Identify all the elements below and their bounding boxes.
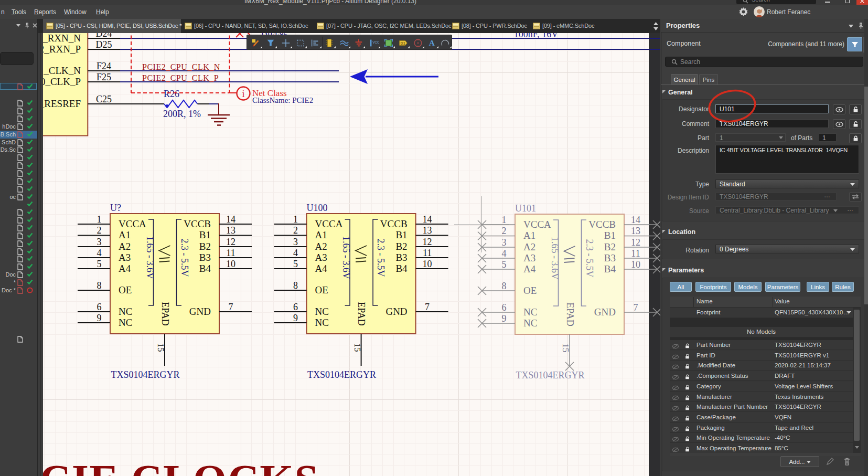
svg-text:VCCB: VCCB bbox=[588, 219, 616, 230]
svg-text:NC: NC bbox=[523, 306, 537, 318]
svg-text:GND: GND bbox=[189, 306, 211, 317]
svg-text:VCCA: VCCA bbox=[119, 218, 146, 229]
svg-text:13: 13 bbox=[631, 226, 640, 236]
svg-text:VCCA: VCCA bbox=[523, 219, 551, 230]
svg-text:D25: D25 bbox=[96, 39, 112, 50]
svg-text:6: 6 bbox=[97, 302, 102, 312]
svg-text:2.3 - 5.5V: 2.3 - 5.5V bbox=[179, 239, 190, 277]
svg-text:B3: B3 bbox=[395, 252, 407, 263]
svg-text:11: 11 bbox=[423, 248, 432, 258]
svg-text:1.65 - 3.6V: 1.65 - 3.6V bbox=[550, 237, 560, 280]
svg-text:A3: A3 bbox=[523, 252, 535, 263]
svg-text:B2: B2 bbox=[395, 241, 407, 252]
svg-text:VCCB: VCCB bbox=[184, 218, 211, 229]
svg-text:B4: B4 bbox=[604, 263, 616, 274]
svg-text:2.3 - 5.5V: 2.3 - 5.5V bbox=[376, 239, 386, 277]
svg-text:4: 4 bbox=[502, 248, 507, 259]
svg-text:TXS0104ERGYR: TXS0104ERGYR bbox=[111, 369, 180, 380]
svg-text:A3: A3 bbox=[119, 252, 131, 263]
svg-text:5: 5 bbox=[293, 259, 298, 269]
svg-text:_RXN_N: _RXN_N bbox=[43, 33, 81, 44]
svg-text:A2: A2 bbox=[523, 241, 535, 252]
svg-text:2: 2 bbox=[502, 226, 507, 236]
svg-text:12: 12 bbox=[226, 237, 235, 247]
svg-text:VCCA: VCCA bbox=[315, 218, 343, 229]
svg-text:5: 5 bbox=[502, 259, 507, 270]
svg-text:14: 14 bbox=[423, 214, 432, 225]
svg-text:10: 10 bbox=[631, 259, 640, 270]
svg-text:OE: OE bbox=[523, 285, 537, 296]
svg-text:F24: F24 bbox=[97, 61, 111, 71]
svg-text:GND: GND bbox=[385, 306, 407, 317]
svg-text:A3: A3 bbox=[315, 252, 327, 263]
svg-text:EPAD: EPAD bbox=[565, 302, 575, 326]
svg-text:U?: U? bbox=[110, 203, 121, 213]
svg-text:D24: D24 bbox=[96, 33, 112, 39]
svg-text:B3: B3 bbox=[199, 252, 211, 263]
svg-text:15: 15 bbox=[561, 344, 571, 353]
svg-text:4: 4 bbox=[293, 248, 298, 258]
svg-text:VCC: VCC bbox=[372, 40, 379, 44]
svg-text:3: 3 bbox=[293, 237, 298, 247]
svg-text:8: 8 bbox=[97, 280, 102, 291]
svg-text:D1: D1 bbox=[400, 40, 405, 45]
svg-text:3: 3 bbox=[502, 237, 507, 248]
svg-text:1: 1 bbox=[502, 215, 507, 225]
svg-text:4: 4 bbox=[97, 248, 102, 258]
svg-text:OE: OE bbox=[315, 284, 328, 295]
svg-text:EPAD: EPAD bbox=[356, 302, 367, 325]
svg-text:A1: A1 bbox=[119, 229, 131, 240]
svg-text:12: 12 bbox=[631, 237, 640, 248]
svg-text:_RESREF: _RESREF bbox=[43, 98, 81, 109]
svg-text:B2: B2 bbox=[604, 241, 616, 252]
svg-text:3: 3 bbox=[97, 237, 102, 247]
svg-text:2: 2 bbox=[293, 225, 298, 236]
svg-text:VCCB: VCCB bbox=[380, 218, 408, 229]
svg-text:i: i bbox=[242, 89, 244, 99]
svg-text:1.65 - 3.6V: 1.65 - 3.6V bbox=[145, 236, 155, 279]
svg-text:EPAD: EPAD bbox=[160, 302, 170, 325]
svg-text:GND: GND bbox=[594, 306, 616, 318]
svg-text:2_RXN_P: 2_RXN_P bbox=[43, 44, 81, 55]
svg-text:1: 1 bbox=[293, 214, 298, 225]
svg-text:NC: NC bbox=[119, 306, 132, 317]
svg-text:A1: A1 bbox=[523, 230, 535, 241]
svg-text:12: 12 bbox=[423, 237, 432, 247]
svg-text:6: 6 bbox=[502, 302, 507, 313]
svg-text:9: 9 bbox=[97, 313, 102, 323]
svg-text:B1: B1 bbox=[199, 229, 211, 240]
svg-text:A4: A4 bbox=[315, 263, 328, 274]
svg-text:A4: A4 bbox=[119, 263, 131, 274]
svg-text:0_CLK_P: 0_CLK_P bbox=[43, 76, 81, 87]
svg-text:_CLK_N: _CLK_N bbox=[43, 65, 81, 76]
svg-text:2.3 - 5.5V: 2.3 - 5.5V bbox=[584, 239, 595, 278]
svg-text:A2: A2 bbox=[119, 241, 131, 252]
svg-text:10: 10 bbox=[226, 259, 235, 269]
svg-text:NC: NC bbox=[315, 306, 329, 317]
svg-text:13: 13 bbox=[423, 225, 432, 236]
svg-text:11: 11 bbox=[631, 248, 640, 259]
svg-text:6: 6 bbox=[293, 302, 298, 312]
svg-text:11: 11 bbox=[226, 248, 235, 258]
svg-text:B1: B1 bbox=[604, 230, 616, 241]
svg-text:OE: OE bbox=[119, 284, 132, 295]
svg-text:B1: B1 bbox=[395, 229, 407, 240]
svg-text:F25: F25 bbox=[97, 72, 111, 82]
svg-text:ClassName: PCIE2: ClassName: PCIE2 bbox=[252, 96, 313, 104]
svg-text:7: 7 bbox=[634, 302, 638, 313]
svg-text:200R, 1%: 200R, 1% bbox=[163, 109, 201, 119]
svg-text:TXS0104ERGYR: TXS0104ERGYR bbox=[516, 370, 585, 380]
svg-text:U101: U101 bbox=[515, 203, 536, 214]
svg-text:A2: A2 bbox=[315, 241, 327, 252]
svg-text:NC: NC bbox=[315, 317, 329, 328]
svg-text:9: 9 bbox=[502, 313, 507, 324]
svg-text:1: 1 bbox=[97, 214, 102, 225]
svg-text:10: 10 bbox=[423, 259, 432, 269]
svg-text:C25: C25 bbox=[96, 94, 112, 104]
svg-text:7: 7 bbox=[229, 302, 233, 312]
svg-text:2: 2 bbox=[97, 225, 102, 236]
svg-text:13: 13 bbox=[226, 225, 235, 236]
svg-text:B3: B3 bbox=[604, 252, 616, 263]
svg-text:B2: B2 bbox=[199, 241, 211, 252]
svg-text:14: 14 bbox=[226, 214, 235, 225]
